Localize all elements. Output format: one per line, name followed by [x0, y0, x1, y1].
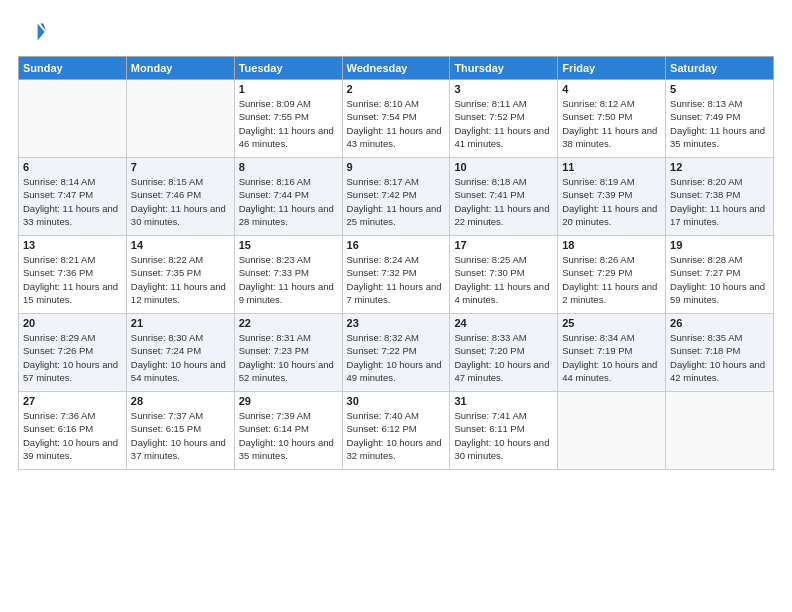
- calendar-cell: 31Sunrise: 7:41 AM Sunset: 6:11 PM Dayli…: [450, 392, 558, 470]
- day-number: 23: [347, 317, 446, 329]
- calendar-cell: 11Sunrise: 8:19 AM Sunset: 7:39 PM Dayli…: [558, 158, 666, 236]
- day-info: Sunrise: 8:32 AM Sunset: 7:22 PM Dayligh…: [347, 331, 446, 384]
- day-info: Sunrise: 8:14 AM Sunset: 7:47 PM Dayligh…: [23, 175, 122, 228]
- day-number: 25: [562, 317, 661, 329]
- day-number: 5: [670, 83, 769, 95]
- day-info: Sunrise: 7:40 AM Sunset: 6:12 PM Dayligh…: [347, 409, 446, 462]
- calendar-cell: 19Sunrise: 8:28 AM Sunset: 7:27 PM Dayli…: [666, 236, 774, 314]
- calendar-cell: 7Sunrise: 8:15 AM Sunset: 7:46 PM Daylig…: [126, 158, 234, 236]
- day-number: 18: [562, 239, 661, 251]
- day-number: 2: [347, 83, 446, 95]
- day-info: Sunrise: 8:21 AM Sunset: 7:36 PM Dayligh…: [23, 253, 122, 306]
- calendar-cell: 21Sunrise: 8:30 AM Sunset: 7:24 PM Dayli…: [126, 314, 234, 392]
- calendar-cell: 9Sunrise: 8:17 AM Sunset: 7:42 PM Daylig…: [342, 158, 450, 236]
- calendar-cell: 5Sunrise: 8:13 AM Sunset: 7:49 PM Daylig…: [666, 80, 774, 158]
- calendar-body: 1Sunrise: 8:09 AM Sunset: 7:55 PM Daylig…: [19, 80, 774, 470]
- day-info: Sunrise: 8:18 AM Sunset: 7:41 PM Dayligh…: [454, 175, 553, 228]
- day-number: 1: [239, 83, 338, 95]
- day-number: 14: [131, 239, 230, 251]
- day-info: Sunrise: 8:31 AM Sunset: 7:23 PM Dayligh…: [239, 331, 338, 384]
- day-number: 7: [131, 161, 230, 173]
- day-number: 8: [239, 161, 338, 173]
- day-info: Sunrise: 8:25 AM Sunset: 7:30 PM Dayligh…: [454, 253, 553, 306]
- day-info: Sunrise: 8:24 AM Sunset: 7:32 PM Dayligh…: [347, 253, 446, 306]
- calendar-cell: 12Sunrise: 8:20 AM Sunset: 7:38 PM Dayli…: [666, 158, 774, 236]
- day-number: 27: [23, 395, 122, 407]
- calendar-cell: 17Sunrise: 8:25 AM Sunset: 7:30 PM Dayli…: [450, 236, 558, 314]
- calendar-cell: 8Sunrise: 8:16 AM Sunset: 7:44 PM Daylig…: [234, 158, 342, 236]
- weekday-header-tuesday: Tuesday: [234, 57, 342, 80]
- day-info: Sunrise: 7:37 AM Sunset: 6:15 PM Dayligh…: [131, 409, 230, 462]
- calendar-cell: 29Sunrise: 7:39 AM Sunset: 6:14 PM Dayli…: [234, 392, 342, 470]
- calendar-cell: [558, 392, 666, 470]
- day-number: 19: [670, 239, 769, 251]
- day-info: Sunrise: 8:22 AM Sunset: 7:35 PM Dayligh…: [131, 253, 230, 306]
- header: [18, 18, 774, 46]
- day-info: Sunrise: 8:11 AM Sunset: 7:52 PM Dayligh…: [454, 97, 553, 150]
- logo-icon: [18, 18, 46, 46]
- calendar-cell: 18Sunrise: 8:26 AM Sunset: 7:29 PM Dayli…: [558, 236, 666, 314]
- calendar-cell: 23Sunrise: 8:32 AM Sunset: 7:22 PM Dayli…: [342, 314, 450, 392]
- calendar-cell: 24Sunrise: 8:33 AM Sunset: 7:20 PM Dayli…: [450, 314, 558, 392]
- day-number: 3: [454, 83, 553, 95]
- day-number: 28: [131, 395, 230, 407]
- day-info: Sunrise: 8:17 AM Sunset: 7:42 PM Dayligh…: [347, 175, 446, 228]
- calendar-week-3: 13Sunrise: 8:21 AM Sunset: 7:36 PM Dayli…: [19, 236, 774, 314]
- calendar-week-2: 6Sunrise: 8:14 AM Sunset: 7:47 PM Daylig…: [19, 158, 774, 236]
- day-info: Sunrise: 8:10 AM Sunset: 7:54 PM Dayligh…: [347, 97, 446, 150]
- weekday-header-monday: Monday: [126, 57, 234, 80]
- day-info: Sunrise: 7:39 AM Sunset: 6:14 PM Dayligh…: [239, 409, 338, 462]
- calendar-cell: 10Sunrise: 8:18 AM Sunset: 7:41 PM Dayli…: [450, 158, 558, 236]
- calendar-cell: 4Sunrise: 8:12 AM Sunset: 7:50 PM Daylig…: [558, 80, 666, 158]
- logo: [18, 18, 50, 46]
- day-number: 15: [239, 239, 338, 251]
- weekday-header-sunday: Sunday: [19, 57, 127, 80]
- calendar-cell: 26Sunrise: 8:35 AM Sunset: 7:18 PM Dayli…: [666, 314, 774, 392]
- day-info: Sunrise: 8:29 AM Sunset: 7:26 PM Dayligh…: [23, 331, 122, 384]
- day-info: Sunrise: 8:20 AM Sunset: 7:38 PM Dayligh…: [670, 175, 769, 228]
- day-number: 17: [454, 239, 553, 251]
- day-info: Sunrise: 8:19 AM Sunset: 7:39 PM Dayligh…: [562, 175, 661, 228]
- day-info: Sunrise: 8:28 AM Sunset: 7:27 PM Dayligh…: [670, 253, 769, 306]
- weekday-header-thursday: Thursday: [450, 57, 558, 80]
- weekday-header-wednesday: Wednesday: [342, 57, 450, 80]
- calendar-week-1: 1Sunrise: 8:09 AM Sunset: 7:55 PM Daylig…: [19, 80, 774, 158]
- day-number: 21: [131, 317, 230, 329]
- day-number: 12: [670, 161, 769, 173]
- calendar-cell: 14Sunrise: 8:22 AM Sunset: 7:35 PM Dayli…: [126, 236, 234, 314]
- day-number: 4: [562, 83, 661, 95]
- calendar-cell: 28Sunrise: 7:37 AM Sunset: 6:15 PM Dayli…: [126, 392, 234, 470]
- weekday-header-saturday: Saturday: [666, 57, 774, 80]
- calendar-table: SundayMondayTuesdayWednesdayThursdayFrid…: [18, 56, 774, 470]
- day-info: Sunrise: 8:15 AM Sunset: 7:46 PM Dayligh…: [131, 175, 230, 228]
- day-info: Sunrise: 7:36 AM Sunset: 6:16 PM Dayligh…: [23, 409, 122, 462]
- calendar-header-row: SundayMondayTuesdayWednesdayThursdayFrid…: [19, 57, 774, 80]
- calendar-container: SundayMondayTuesdayWednesdayThursdayFrid…: [0, 0, 792, 612]
- day-number: 6: [23, 161, 122, 173]
- calendar-cell: 27Sunrise: 7:36 AM Sunset: 6:16 PM Dayli…: [19, 392, 127, 470]
- day-number: 22: [239, 317, 338, 329]
- day-number: 20: [23, 317, 122, 329]
- day-info: Sunrise: 7:41 AM Sunset: 6:11 PM Dayligh…: [454, 409, 553, 462]
- calendar-cell: 30Sunrise: 7:40 AM Sunset: 6:12 PM Dayli…: [342, 392, 450, 470]
- calendar-cell: 1Sunrise: 8:09 AM Sunset: 7:55 PM Daylig…: [234, 80, 342, 158]
- calendar-cell: 15Sunrise: 8:23 AM Sunset: 7:33 PM Dayli…: [234, 236, 342, 314]
- calendar-cell: 6Sunrise: 8:14 AM Sunset: 7:47 PM Daylig…: [19, 158, 127, 236]
- weekday-header-friday: Friday: [558, 57, 666, 80]
- day-number: 26: [670, 317, 769, 329]
- day-info: Sunrise: 8:09 AM Sunset: 7:55 PM Dayligh…: [239, 97, 338, 150]
- day-info: Sunrise: 8:12 AM Sunset: 7:50 PM Dayligh…: [562, 97, 661, 150]
- day-number: 24: [454, 317, 553, 329]
- day-number: 30: [347, 395, 446, 407]
- calendar-cell: 2Sunrise: 8:10 AM Sunset: 7:54 PM Daylig…: [342, 80, 450, 158]
- calendar-cell: 16Sunrise: 8:24 AM Sunset: 7:32 PM Dayli…: [342, 236, 450, 314]
- calendar-cell: 13Sunrise: 8:21 AM Sunset: 7:36 PM Dayli…: [19, 236, 127, 314]
- day-info: Sunrise: 8:16 AM Sunset: 7:44 PM Dayligh…: [239, 175, 338, 228]
- calendar-week-5: 27Sunrise: 7:36 AM Sunset: 6:16 PM Dayli…: [19, 392, 774, 470]
- calendar-cell: [126, 80, 234, 158]
- calendar-cell: 3Sunrise: 8:11 AM Sunset: 7:52 PM Daylig…: [450, 80, 558, 158]
- calendar-cell: 20Sunrise: 8:29 AM Sunset: 7:26 PM Dayli…: [19, 314, 127, 392]
- day-number: 13: [23, 239, 122, 251]
- day-info: Sunrise: 8:33 AM Sunset: 7:20 PM Dayligh…: [454, 331, 553, 384]
- calendar-week-4: 20Sunrise: 8:29 AM Sunset: 7:26 PM Dayli…: [19, 314, 774, 392]
